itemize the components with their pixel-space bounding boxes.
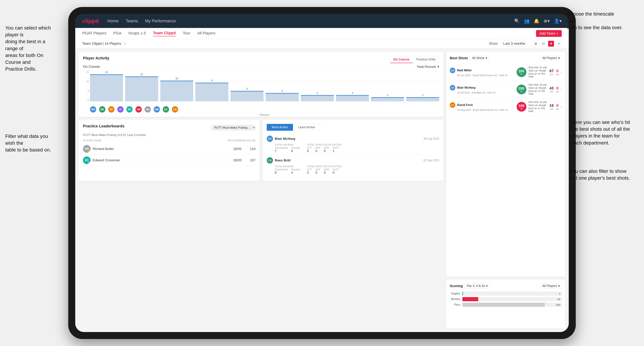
bar-ecrossman-fill [371, 97, 404, 101]
team-title: Team Clippd | 14 Players ✎ [82, 42, 489, 46]
shot-circle-blair: 200 SG [516, 85, 526, 94]
scoring-val-pars: 499 [556, 303, 560, 306]
shots-filter[interactable]: All Shots ▾ [470, 55, 489, 61]
view-icons: ⊞ ⊡ ♥ ≡ [533, 41, 562, 47]
scoring-label-pars: Pars [450, 303, 460, 307]
shot-player-info-matt: MM Matt Miller 09 Jun 2023 · Royal North… [450, 68, 514, 77]
drill-select[interactable]: PUTT Must Make Putting ... [212, 125, 256, 130]
tab-tour[interactable]: Tour [183, 31, 190, 36]
top-nav: clippd Home Teams My Performance 🔍 👥 🔔 ⊕… [75, 14, 569, 28]
psr-stats-rees: Total Rounds Tournament 8 Practice [275, 165, 439, 174]
edit-icon[interactable]: ✎ [124, 42, 126, 45]
scoring-all-players[interactable]: All Players ▾ [540, 283, 562, 289]
avatar-dford: DF [108, 106, 114, 113]
heart-view-icon[interactable]: ♥ [548, 41, 554, 47]
avatar-lrobertson: LR [172, 106, 178, 113]
shot-meta-blair: 23 Jul 2023 · Ashridge GC, Hole 15 [457, 91, 514, 94]
show-section: Show: Last 3 months ⊞ ⊡ ♥ ≡ [489, 41, 562, 47]
tab-all-players[interactable]: All Players [197, 31, 216, 36]
list-view-icon[interactable]: ≡ [556, 41, 562, 47]
bars-container: 13 12 [90, 71, 439, 105]
scoring-bar-eagles [462, 292, 463, 296]
tab-hcaps[interactable]: Hcaps 1-5 [128, 31, 146, 36]
show-select[interactable]: Last 3 months [501, 41, 527, 46]
scoring-filter[interactable]: Par 3, 4 & 5s ▾ [465, 283, 490, 289]
scoring-bar-birdies [462, 297, 478, 301]
bell-icon[interactable]: 🔔 [534, 18, 539, 24]
account-icon[interactable]: 👤▾ [554, 18, 562, 24]
rank-badge-1: 1 [88, 150, 91, 153]
psr-stats-blair: Total Rounds Tournament 7 Practice [275, 143, 439, 153]
scoring-label-eagles: Eagles [450, 292, 460, 295]
bar-lrobertson-fill [406, 97, 439, 101]
shot-row-matt-miller[interactable]: MM Matt Miller 09 Jun 2023 · Royal North… [450, 64, 562, 81]
shot-player-info-david: DF David Ford 24 Aug 2023 · Royal North … [450, 102, 514, 111]
bar-bmcharg-fill [90, 74, 123, 101]
plus-circle-icon[interactable]: ⊕▾ [544, 18, 550, 24]
bar-rbutler-fill [301, 95, 334, 101]
avatar-mmiller: MM [154, 106, 160, 113]
pb-score-1: 19/20 [228, 147, 242, 151]
col-player-name: PLAYER NAME [83, 139, 228, 142]
chevron-right-icon-2: › [560, 87, 562, 92]
search-icon[interactable]: 🔍 [514, 18, 520, 24]
bar-jcoles-fill [195, 83, 228, 101]
tile-view-icon[interactable]: ⊡ [540, 41, 546, 47]
shot-player-name-blair: Blair McHarg [457, 86, 476, 89]
shot-avatar-david: DF [450, 102, 455, 108]
practice-drills-toggle[interactable]: Practice Drills [413, 56, 439, 63]
nav-my-performance[interactable]: My Performance [145, 18, 176, 23]
psr-top-blair: BM Blair McHarg 26 Aug 2023 [267, 136, 439, 142]
bar-eebert-fill [230, 91, 264, 101]
shot-stats-david: 16 yds 0 yds [550, 103, 559, 110]
grid-view-icon[interactable]: ⊞ [533, 41, 539, 47]
tablet-screen: clippd Home Teams My Performance 🔍 👥 🔔 ⊕… [75, 14, 569, 332]
tab-pgat-players[interactable]: PGAT Players [82, 31, 106, 36]
team-header: Team Clippd | 14 Players ✎ Show: Last 3 … [75, 39, 569, 48]
total-rounds-dropdown[interactable]: Total Rounds ▾ [417, 65, 439, 69]
tab-pga[interactable]: PGA [113, 31, 121, 36]
tab-team-clippd[interactable]: Team Clippd [153, 31, 176, 36]
bar-lrobertson: 2 [406, 94, 439, 101]
bar-obillingham: 4 [266, 89, 299, 101]
scoring-bar-track-pars: 499 [462, 303, 562, 307]
user-icon[interactable]: 👥 [524, 18, 530, 24]
shot-meta-david: 24 Aug 2023 · Royal North Devon GC, Hole… [457, 109, 514, 111]
player-name-rees: Rees Britt [275, 159, 290, 162]
scoring-row-pars: Pars 499 [450, 303, 562, 307]
avatar-edward-crossman: EC 2 [83, 156, 91, 164]
col-pb-avg: PB AVG SQ [242, 139, 256, 142]
on-course-header: On Course Total Rounds ▾ [83, 65, 439, 69]
scoring-val-birdies: 96 [558, 298, 560, 301]
leaderboard-row-1: RB 1 Richard Butler 19/20 110 [83, 143, 256, 155]
leaderboard-row-2: EC 2 Edward Crossman 18/20 107 [83, 155, 256, 166]
on-course-toggle[interactable]: On Course [390, 56, 413, 63]
scoring-card: Scoring Par 3, 4 & 5s ▾ All Players ▾ [446, 280, 565, 329]
all-players-filter[interactable]: All Players ▾ [540, 55, 562, 61]
leaderboard-columns: PLAYER NAME PB SCORE PB AVG SQ [83, 139, 256, 142]
player-name-blair: Blair McHarg [275, 137, 295, 141]
nav-home[interactable]: Home [108, 18, 119, 23]
bar-bmcharg: 13 [90, 71, 123, 101]
activity-header: Player Activity On Course Practice Drill… [83, 56, 439, 63]
avatar-jcoles: JC [117, 106, 124, 113]
add-team-button[interactable]: Add Team + [536, 30, 562, 37]
avatar-obillingham: OB [136, 106, 142, 113]
annotation-mid-left: Filter what data you wish the table to b… [5, 133, 56, 154]
practice-leaderboards-card: Practice Leaderboards PUTT Must Make Put… [79, 120, 260, 181]
avatar-rbritt: RB [99, 106, 105, 113]
best-shots-title: Best Shots [450, 56, 468, 60]
shot-row-blair-mcharg[interactable]: BM Blair McHarg 23 Jul 2023 · Ashridge G… [450, 81, 562, 98]
y-axis: 15 10 5 0 [83, 71, 90, 105]
nav-teams[interactable]: Teams [126, 18, 138, 23]
most-active-tab[interactable]: Most Active [267, 124, 293, 131]
avatar-bmcharg: BM [90, 106, 96, 113]
player-stat-row-blair: BM Blair McHarg 26 Aug 2023 Total Rounds [267, 134, 439, 155]
x-axis-label: Players [83, 113, 439, 117]
nav-icons: 🔍 👥 🔔 ⊕▾ 👤▾ [514, 18, 562, 24]
player-name-richard-butler: Richard Butler [93, 147, 228, 151]
least-active-tab[interactable]: Least Active [293, 124, 320, 131]
shot-row-david-ford[interactable]: DF David Ford 24 Aug 2023 · Royal North … [450, 98, 562, 116]
player-name-edward-crossman: Edward Crossman [93, 158, 228, 162]
date-blair: 26 Aug 2023 [424, 137, 439, 140]
